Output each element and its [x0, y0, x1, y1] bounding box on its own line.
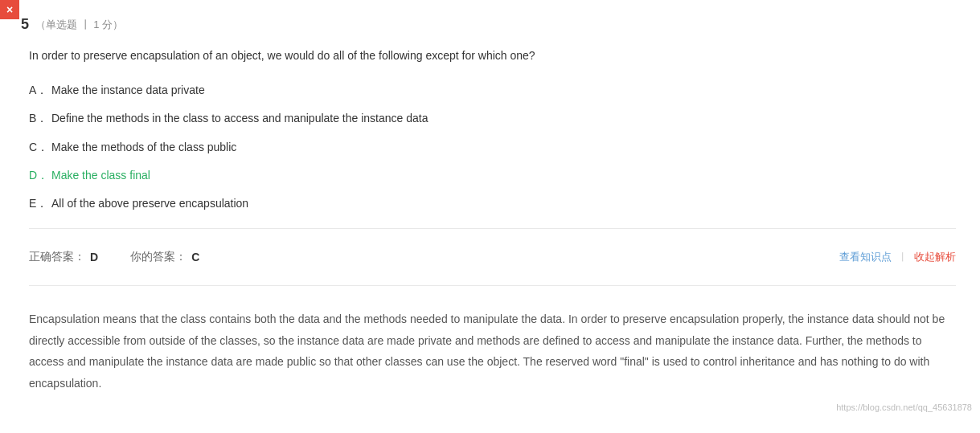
- option-d[interactable]: D． Make the class final: [29, 165, 956, 186]
- watermark: https://blog.csdn.net/qq_45631878: [836, 402, 972, 412]
- collapse-analysis-link[interactable]: 收起解析: [914, 250, 956, 264]
- option-c[interactable]: C． Make the methods of the class public: [29, 137, 956, 157]
- options-list: A． Make the instance data private B． Def…: [29, 80, 956, 214]
- option-e[interactable]: E． All of the above preserve encapsulati…: [29, 194, 956, 214]
- answer-divider: [29, 228, 956, 229]
- question-text: In order to preserve encapsulation of an…: [29, 46, 956, 66]
- your-answer-value: C: [191, 251, 199, 263]
- explanation-divider: [29, 285, 956, 286]
- question-container: 5 （单选题 丨 1 分） In order to preserve encap…: [0, 0, 980, 419]
- option-e-label: E．: [29, 194, 51, 214]
- option-a-label: A．: [29, 80, 51, 100]
- correct-answer-label: 正确答案：: [29, 250, 85, 264]
- option-a-text: Make the instance data private: [51, 80, 205, 100]
- option-c-label: C．: [29, 137, 51, 157]
- correct-answer-value: D: [90, 251, 98, 263]
- answer-right-section: 查看知识点 丨 收起解析: [839, 250, 956, 264]
- answer-row: 正确答案： D 你的答案： C 查看知识点 丨 收起解析: [29, 242, 956, 272]
- option-d-text: Make the class final: [51, 165, 150, 186]
- question-number: 5: [21, 16, 29, 33]
- option-d-label: D．: [29, 165, 51, 186]
- option-b-text: Define the methods in the class to acces…: [51, 108, 428, 129]
- question-header: 5 （单选题 丨 1 分）: [21, 16, 956, 33]
- option-b-label: B．: [29, 108, 51, 129]
- option-b[interactable]: B． Define the methods in the class to ac…: [29, 108, 956, 129]
- your-answer-label: 你的答案：: [130, 250, 187, 264]
- view-knowledge-link[interactable]: 查看知识点: [839, 250, 892, 264]
- option-c-text: Make the methods of the class public: [51, 137, 236, 157]
- option-e-text: All of the above preserve encapsulation: [51, 194, 248, 214]
- divider-char: 丨: [898, 251, 908, 264]
- explanation-text: Encapsulation means that the class conta…: [29, 299, 956, 402]
- question-meta: （单选题 丨 1 分）: [35, 18, 123, 32]
- option-a[interactable]: A． Make the instance data private: [29, 80, 956, 100]
